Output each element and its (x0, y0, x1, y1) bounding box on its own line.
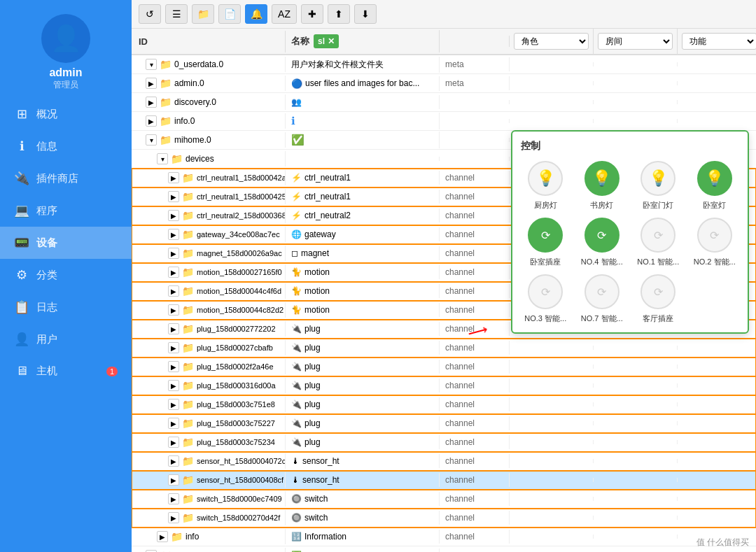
refresh-button[interactable]: ↺ (139, 4, 161, 24)
sidebar-item-logs[interactable]: 📋 日志 (0, 291, 132, 323)
expand-button[interactable]: ▶ (168, 267, 179, 278)
table-row[interactable]: ▶ 📁 plug_158d0003c75227 🔌plug channel (132, 414, 756, 433)
sidebar-item-devices[interactable]: 📟 设备 (0, 227, 132, 259)
table-row[interactable]: ▶ 📁 sensor_ht_158d0004072c 🌡sensor_ht ch… (132, 452, 756, 471)
expand-button[interactable]: ▶ (146, 78, 157, 89)
role-filter[interactable]: 角色 (514, 33, 589, 50)
sidebar-item-programs[interactable]: 💻 程序 (0, 194, 132, 227)
expand-button[interactable]: ▾ (157, 153, 168, 164)
sidebar-item-info[interactable]: ℹ 信息 (0, 130, 132, 162)
expand-button[interactable]: ▶ (168, 210, 179, 221)
sidebar-item-plugins[interactable]: 🔌 插件商店 (0, 162, 132, 194)
expand-button[interactable]: ▾ (146, 134, 157, 146)
table-row[interactable]: ▶ 📁 switch_158d0000ec7409 🔘switch channe… (132, 490, 756, 509)
table-row[interactable]: ▶ 📁 sensor_ht_158d000408cf 🌡sensor_ht ch… (132, 471, 756, 490)
expand-button[interactable]: ▶ (146, 97, 157, 108)
control-item-plug1[interactable]: ⟳ 卧室插座 (521, 218, 570, 267)
expand-button[interactable]: ▶ (168, 474, 179, 486)
cell-id: ▶ 📁 miio.0 (132, 548, 286, 552)
row-id-text: motion_158d00044c82d2 (197, 306, 284, 314)
func-filter[interactable]: 功能 (682, 33, 756, 50)
control-item-plug4[interactable]: ⟳ NO.2 智能... (690, 218, 740, 267)
expand-button[interactable]: ▶ (168, 455, 179, 467)
sidebar-item-hosts[interactable]: 🖥 主机 1 (0, 355, 132, 387)
control-item-plug2[interactable]: ⟳ NO.4 智能... (578, 218, 627, 267)
plug-button-5[interactable]: ⟳ (528, 274, 563, 309)
cell-name: 🐈motion (286, 284, 440, 298)
add-button[interactable]: ✚ (301, 4, 323, 24)
cell-room (594, 478, 678, 482)
table-row[interactable]: ▶ 📁 info 🔢Information channel (132, 528, 756, 546)
room-filter[interactable]: 房间 (598, 33, 673, 50)
download-button[interactable]: ⬇ (354, 4, 377, 24)
expand-button[interactable]: ▶ (168, 285, 179, 297)
expand-button[interactable]: ▶ (168, 380, 179, 391)
plug-button-4[interactable]: ⟳ (697, 218, 732, 253)
expand-button[interactable]: ▶ (146, 115, 157, 127)
control-item-light3[interactable]: 💡 卧室门灯 (634, 161, 683, 211)
expand-button[interactable]: ▶ (168, 229, 179, 240)
control-item-light1[interactable]: 💡 厨房灯 (521, 161, 570, 211)
table-row[interactable]: ▾ 📁 0_userdata.0 用户对象和文件根文件夹 meta (132, 55, 756, 74)
control-item-plug3[interactable]: ⟳ NO.1 智能... (634, 218, 683, 267)
notification-button[interactable]: 🔔 (245, 4, 267, 24)
cell-func (678, 81, 756, 85)
expand-button[interactable]: ▶ (168, 191, 179, 202)
table-row[interactable]: ▶ 📁 info.0 ℹ (132, 112, 756, 131)
expand-button[interactable]: ▶ (168, 437, 179, 448)
expand-button[interactable]: ▶ (168, 361, 179, 372)
control-item-light2[interactable]: 💡 书房灯 (578, 161, 627, 211)
list-button[interactable]: ☰ (165, 4, 188, 24)
expand-button[interactable]: ▶ (168, 418, 179, 429)
sidebar-item-overview[interactable]: ⊞ 概况 (0, 98, 132, 130)
expand-button[interactable]: ▶ (168, 304, 179, 316)
cell-name: 🔢Information (286, 530, 440, 544)
expand-button[interactable]: ▶ (157, 531, 168, 542)
sidebar-item-users[interactable]: 👤 用户 (0, 323, 132, 355)
table-row[interactable]: ▶ 📁 plug_158d000316d00a 🔌plug channel (132, 376, 756, 395)
plug-button-1[interactable]: ⟳ (528, 218, 563, 253)
light-button-3[interactable]: 💡 (640, 161, 676, 196)
expand-button[interactable]: ▾ (146, 59, 157, 70)
sidebar-label-devices: 设备 (36, 236, 57, 250)
plug-button-6[interactable]: ⟳ (584, 274, 620, 309)
control-item-plug5[interactable]: ⟳ NO.3 智能... (521, 274, 570, 324)
cell-type: channel (440, 378, 510, 392)
expand-button[interactable]: ▶ (168, 323, 179, 334)
expand-button[interactable]: ▶ (168, 399, 179, 410)
expand-button[interactable]: ▶ (168, 342, 179, 353)
table-row[interactable]: ▶ 📁 plug_158d0003c75234 🔌plug channel (132, 433, 756, 452)
plug-label-2: NO.4 智能... (581, 257, 623, 267)
cell-func (678, 100, 756, 104)
expand-button[interactable]: ▶ (168, 493, 179, 504)
table-row[interactable]: ▶ 📁 plug_158d00027cbafb 🔌plug channel (132, 339, 756, 358)
expand-button[interactable]: ▶ (168, 512, 179, 523)
expand-button[interactable]: ▶ (168, 248, 179, 259)
cell-type (440, 157, 510, 161)
table-row[interactable]: ▶ 📁 plug_158d0002f2a46e 🔌plug channel (132, 358, 756, 376)
search-close-button[interactable]: ✕ (328, 36, 335, 46)
light-button-2[interactable]: 💡 (584, 161, 620, 196)
expand-button[interactable]: ▶ (168, 172, 179, 183)
folder-icon: 📁 (182, 267, 194, 278)
az-button[interactable]: AZ (272, 4, 297, 24)
upload-button[interactable]: ⬆ (328, 4, 350, 24)
light-button-1[interactable]: 💡 (528, 161, 563, 196)
name-icon: 🔌 (291, 343, 302, 353)
table-row[interactable]: ▶ 📁 discovery.0 👥 (132, 93, 756, 112)
folder-button[interactable]: 📁 (192, 4, 214, 24)
light-button-4[interactable]: 💡 (697, 161, 732, 196)
folder-icon: 📁 (160, 59, 172, 70)
table-row[interactable]: ▶ 📁 plug_158d0003c751e8 🔌plug channel (132, 395, 756, 414)
table-row[interactable]: ▶ 📁 admin.0 🔵 user files and images for … (132, 74, 756, 93)
sidebar-item-categories[interactable]: ⚙ 分类 (0, 259, 132, 291)
control-item-light4[interactable]: 💡 卧室灯 (690, 161, 740, 211)
table-row[interactable]: ▶ 📁 switch_158d000270d42f 🔘switch channe… (132, 509, 756, 528)
control-item-plug6[interactable]: ⟳ NO.7 智能... (578, 274, 627, 324)
plug-button-3[interactable]: ⟳ (640, 218, 676, 253)
control-item-plug7[interactable]: ⟳ 客厅插座 (634, 274, 683, 324)
table-row[interactable]: ▶ 📁 miio.0 ✅ (132, 546, 756, 552)
plug-button-7[interactable]: ⟳ (640, 274, 676, 309)
plug-button-2[interactable]: ⟳ (584, 218, 620, 253)
file-button[interactable]: 📄 (218, 4, 241, 24)
